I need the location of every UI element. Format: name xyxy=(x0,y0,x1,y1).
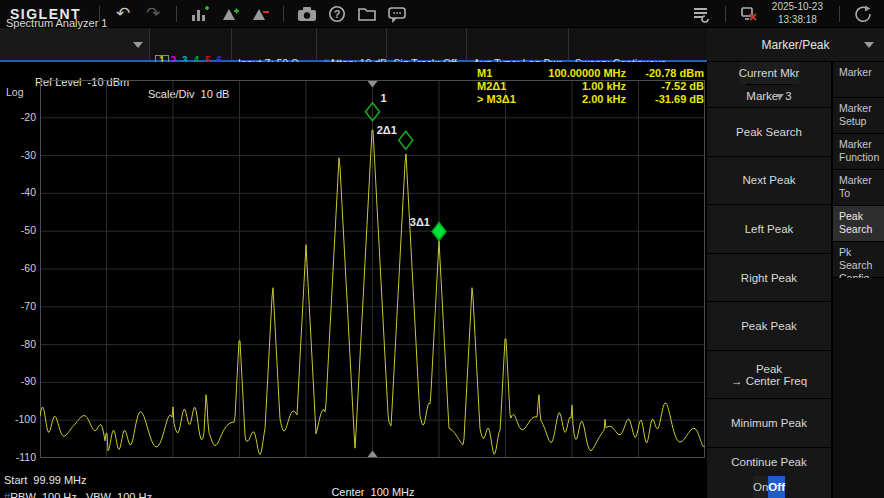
preset-list-button[interactable] xyxy=(687,2,717,26)
marker-amplitude: -31.69 dB xyxy=(626,93,704,106)
tab-marker-function[interactable]: Marker Function xyxy=(833,134,884,170)
spectrum-analyzer-screen: SIGLENT ↶ ↷ xyxy=(0,0,884,498)
peak-to-center-freq-button[interactable]: Peak→ Center Freq xyxy=(707,351,831,400)
vbw-value: VBW 100 Hz xyxy=(86,491,152,498)
log-scale-label: Log xyxy=(6,86,24,98)
trace-marker-label: 3Δ1 xyxy=(410,216,430,228)
lan-status-button[interactable] xyxy=(734,2,764,26)
datetime-display: 2025-10-23 13:38:18 xyxy=(764,1,831,26)
undo-button[interactable]: ↶ xyxy=(108,2,138,26)
trace-table[interactable]: 123456 WWWWWW NNNNNN xyxy=(150,28,232,60)
rbw-value: RBW 100 Hz xyxy=(10,491,77,498)
trace-marker-diamond[interactable] xyxy=(432,223,446,241)
marker-readout-row: M1 100.00000 MHz -20.78 dBm xyxy=(477,67,704,80)
delete-marker-button[interactable] xyxy=(245,2,275,26)
panel-header-dropdown[interactable]: Marker/Peak xyxy=(707,28,884,62)
marker-peak-panel: Marker/Peak Current Mkr Marker 3 Peak Se… xyxy=(707,28,884,498)
bw-annotation-row: #RBW 100 Hz VBW 100 Hz Span 20 kHz Sweep… xyxy=(0,479,707,494)
camera-icon xyxy=(296,5,318,23)
time-text: 13:38:18 xyxy=(772,14,823,27)
y-axis-label: -60 xyxy=(0,262,36,276)
add-marker-icon xyxy=(220,5,240,23)
chevron-down-icon xyxy=(776,94,784,99)
restart-button[interactable] xyxy=(848,2,878,26)
center-freq-indicator-bottom xyxy=(368,451,378,458)
next-peak-button[interactable]: Next Peak xyxy=(707,157,831,206)
marker-amplitude: -7.52 dB xyxy=(626,80,704,93)
y-axis-label: -20 xyxy=(0,111,36,125)
sig-track-setting[interactable]: Sig Track: Off xyxy=(387,28,467,60)
file-button[interactable] xyxy=(352,2,382,26)
marker-readout-row: > M3Δ1 2.00 kHz -31.69 dB xyxy=(477,93,704,106)
toolbar-divider xyxy=(176,6,177,22)
input-settings[interactable]: Input Z: 50 Ω Freq Ref: Int(S) Corr: Off xyxy=(232,28,317,60)
y-axis-label: -30 xyxy=(0,149,36,163)
message-bubble-icon xyxy=(387,5,407,23)
toggle-off-option[interactable]: Off xyxy=(768,476,785,498)
chevron-down-icon xyxy=(864,42,874,48)
help-icon: ? xyxy=(328,5,346,23)
lan-error-icon xyxy=(739,5,759,23)
console-button[interactable] xyxy=(382,2,412,26)
restart-icon xyxy=(853,4,873,24)
panel-title: Marker/Peak xyxy=(761,38,829,52)
peak-peak-button[interactable]: Peak Peak xyxy=(707,302,831,351)
menu-button-column: Current Mkr Marker 3 Peak Search Next Pe… xyxy=(707,62,831,498)
y-axis-label: -50 xyxy=(0,224,36,238)
tab-marker-setup[interactable]: Marker Setup xyxy=(833,98,884,134)
trace-marker-diamond[interactable] xyxy=(399,131,413,149)
center-freq-indicator-top xyxy=(368,81,378,88)
marker-frequency: 1.00 kHz xyxy=(531,80,626,93)
screenshot-button[interactable] xyxy=(292,2,322,26)
peak-search-icon xyxy=(190,5,210,23)
marker-amplitude: -20.78 dBm xyxy=(626,67,704,80)
left-peak-button[interactable]: Left Peak xyxy=(707,205,831,254)
trace-marker-label: 2Δ1 xyxy=(377,124,397,136)
continue-peak-toggle: On Off xyxy=(753,476,785,498)
marker-name: M1 xyxy=(477,67,531,80)
trace-marker-label: 1 xyxy=(381,92,387,104)
current-mkr-value: Marker 3 xyxy=(746,90,791,102)
sweep-setting[interactable]: Sweep: Continuous xyxy=(569,28,707,60)
analyzer-title: Spectrum Analyzer 1 xyxy=(6,16,108,30)
current-mkr-label: Current Mkr xyxy=(739,62,800,84)
tab-pk-search-config[interactable]: Pk Search Config xyxy=(833,242,884,278)
tab-marker[interactable]: Marker xyxy=(833,62,884,98)
marker-readout-table: M1 100.00000 MHz -20.78 dBm M2Δ1 1.00 kH… xyxy=(477,67,704,106)
current-mkr-dropdown[interactable]: Marker 3 xyxy=(746,84,791,107)
chevron-down-icon xyxy=(133,42,143,48)
settings-bar: Spectrum Analyzer 1 Swept SA 123456 WWWW… xyxy=(0,28,707,62)
peak-search-button[interactable]: Peak Search xyxy=(707,108,831,157)
marker-name: M2Δ1 xyxy=(477,80,531,93)
grid xyxy=(40,80,705,458)
y-axis-label: -80 xyxy=(0,338,36,352)
spectrum-display: Ref Level -10 dBm Scale/Div 10 dB Log -2… xyxy=(0,62,707,498)
atten-setting[interactable]: #Atten: 10 dB xyxy=(317,28,387,60)
continue-peak-label: Continue Peak xyxy=(731,448,806,476)
toggle-on-option[interactable]: On xyxy=(753,476,768,498)
toolbar-divider xyxy=(283,6,284,22)
analyzer-mode-dropdown[interactable]: Spectrum Analyzer 1 Swept SA xyxy=(0,28,150,60)
minimum-peak-button[interactable]: Minimum Peak xyxy=(707,399,831,448)
peak-search-toolbar-button[interactable] xyxy=(185,2,215,26)
menu-tab-column: Marker Marker Setup Marker Function Mark… xyxy=(831,62,884,498)
add-marker-button[interactable] xyxy=(215,2,245,26)
tab-marker-to[interactable]: Marker To xyxy=(833,170,884,206)
top-toolbar: SIGLENT ↶ ↷ xyxy=(0,0,884,28)
tab-peak-search[interactable]: Peak Search xyxy=(833,206,884,242)
marker-frequency: 2.00 kHz xyxy=(531,93,626,106)
folder-icon xyxy=(357,5,377,23)
graticule-and-trace: 12Δ13Δ1 xyxy=(40,80,705,458)
avg-trig-settings[interactable]: Avg Type: Log-Pwr Trig: Free Run xyxy=(467,28,568,60)
y-axis-label: -70 xyxy=(0,300,36,314)
current-marker-selector[interactable]: Current Mkr Marker 3 xyxy=(707,62,831,108)
tab-column-filler xyxy=(833,278,884,498)
help-button[interactable]: ? xyxy=(322,2,352,26)
marker-readout-row: M2Δ1 1.00 kHz -7.52 dB xyxy=(477,80,704,93)
marker-name: > M3Δ1 xyxy=(477,93,531,106)
redo-button[interactable]: ↷ xyxy=(138,2,168,26)
right-peak-button[interactable]: Right Peak xyxy=(707,254,831,303)
redo-icon: ↷ xyxy=(146,5,160,22)
y-axis-label: -90 xyxy=(0,375,36,389)
undo-icon: ↶ xyxy=(116,5,130,22)
